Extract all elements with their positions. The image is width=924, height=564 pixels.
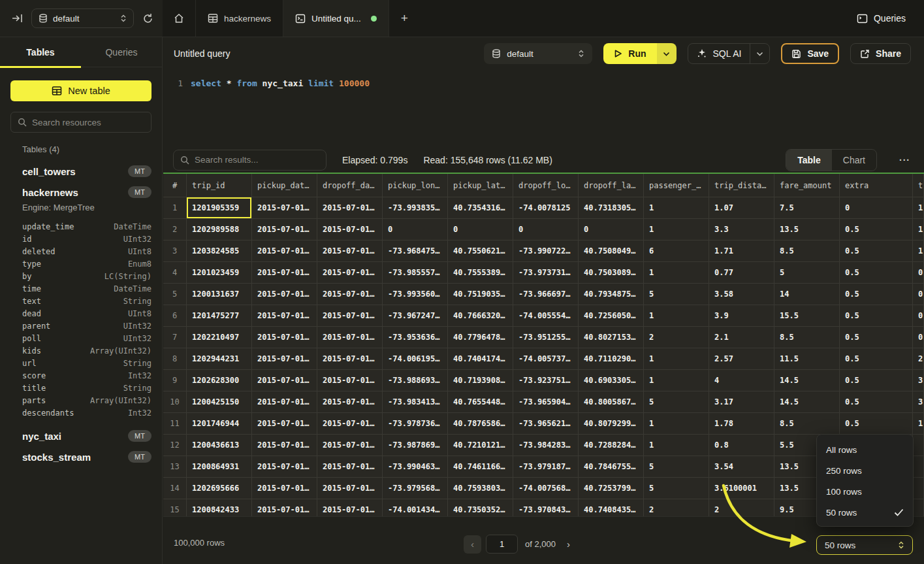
cell[interactable] (913, 435, 924, 456)
cell[interactable]: 2015-07-01… (317, 456, 383, 478)
sidebar-table-hackernews[interactable]: hackernewsMT (0, 182, 162, 203)
cell[interactable]: 15.5 (774, 305, 840, 327)
cell[interactable]: 40.8005867… (579, 391, 644, 413)
cell[interactable]: 40.7519035… (448, 284, 513, 305)
row-number[interactable]: 5 (163, 284, 187, 305)
run-button[interactable]: Run (603, 43, 656, 64)
column-header-fare_amount[interactable]: fare_amount (774, 174, 840, 197)
cell[interactable] (913, 456, 924, 478)
run-options-button[interactable] (657, 43, 677, 64)
cell[interactable]: 2015-07-01… (252, 284, 317, 305)
cell[interactable]: 1201905359 (187, 197, 252, 219)
cell[interactable]: 3 (913, 391, 924, 413)
cell[interactable]: 2015-07-01… (252, 456, 317, 478)
queries-button[interactable]: Queries (838, 0, 924, 37)
query-database-selector[interactable]: default (484, 43, 592, 64)
column-header-passenger_[interactable]: passenger_… (644, 174, 709, 197)
cell[interactable]: 3.17 (709, 391, 774, 413)
cell[interactable]: 1202944231 (187, 348, 252, 370)
cell[interactable]: 1 (644, 219, 709, 241)
cell[interactable]: 1200425150 (187, 391, 252, 413)
cell[interactable]: 40.7655448… (448, 391, 513, 413)
cell[interactable]: 0 (913, 327, 924, 348)
search-results-input[interactable] (195, 155, 319, 165)
cell[interactable]: 2015-07-01… (317, 327, 383, 348)
column-header-extra[interactable]: extra (840, 174, 913, 197)
cell[interactable]: 2015-07-01… (252, 219, 317, 241)
cell[interactable]: 5 (644, 456, 709, 478)
menu-item-50-rows[interactable]: 50 rows (817, 502, 913, 523)
cell[interactable]: -74.005554… (513, 305, 579, 327)
cell[interactable]: -74.001434… (383, 499, 448, 516)
cell[interactable]: 40.7461166… (448, 456, 513, 478)
cell[interactable]: 40.7550621… (448, 241, 513, 262)
cell[interactable]: -73.968475… (383, 241, 448, 262)
cell[interactable]: 1 (644, 197, 709, 219)
cell[interactable]: 0.5 (840, 262, 913, 284)
cell[interactable]: 40.7846755… (579, 456, 644, 478)
cell[interactable]: 40.7318305… (579, 197, 644, 219)
cell[interactable]: 2015-07-01… (317, 499, 383, 516)
cell[interactable]: 8.5 (774, 413, 840, 435)
cell[interactable]: 2015-07-01… (317, 305, 383, 327)
cell[interactable]: 1 (644, 370, 709, 391)
cell[interactable]: 2015-07-01… (252, 197, 317, 219)
cell[interactable]: -73.967247… (383, 305, 448, 327)
row-number[interactable]: 2 (163, 219, 187, 241)
cell[interactable]: -74.006195… (383, 348, 448, 370)
cell[interactable]: 2015-07-01… (317, 413, 383, 435)
cell[interactable]: 2 (913, 348, 924, 370)
cell[interactable]: 0 (513, 219, 579, 241)
row-number[interactable]: 13 (163, 456, 187, 478)
cell[interactable]: 1200436613 (187, 435, 252, 456)
cell[interactable]: 2015-07-01… (317, 348, 383, 370)
cell[interactable]: 2015-07-01… (317, 262, 383, 284)
menu-item-100-rows[interactable]: 100 rows (817, 481, 913, 502)
cell[interactable]: 40.7193908… (448, 370, 513, 391)
cell[interactable]: 0.5 (840, 413, 913, 435)
row-number[interactable]: 15 (163, 499, 187, 516)
cell[interactable]: 0.5 (840, 391, 913, 413)
collapse-sidebar-icon[interactable] (12, 13, 23, 24)
sidebar-tab-tables[interactable]: Tables (0, 37, 81, 67)
cell[interactable]: 2015-07-01… (317, 241, 383, 262)
cell[interactable]: 1 (913, 241, 924, 262)
cell[interactable]: 2 (709, 499, 774, 516)
column-header-t[interactable]: t (913, 174, 924, 197)
row-number[interactable]: 11 (163, 413, 187, 435)
sql-ai-options-button[interactable] (750, 44, 769, 63)
cell[interactable]: -73.990722… (513, 241, 579, 262)
cell[interactable]: 2015-07-01… (317, 284, 383, 305)
cell[interactable]: -73.985557… (383, 262, 448, 284)
search-resources-input[interactable] (32, 118, 148, 127)
cell[interactable]: 1 (644, 305, 709, 327)
cell[interactable]: 2015-07-01… (252, 391, 317, 413)
tab-home[interactable] (163, 0, 196, 37)
cell[interactable]: -73.965904… (513, 391, 579, 413)
cell[interactable] (913, 478, 924, 499)
row-number[interactable]: 4 (163, 262, 187, 284)
cell[interactable]: 2015-07-01… (317, 391, 383, 413)
cell[interactable]: 5 (774, 262, 840, 284)
cell[interactable]: 1 (913, 197, 924, 219)
cell[interactable]: 0 (579, 219, 644, 241)
cell[interactable]: 2 (644, 499, 709, 516)
row-number[interactable]: 12 (163, 435, 187, 456)
cell[interactable]: 0.5 (840, 370, 913, 391)
cell[interactable]: -73.988693… (383, 370, 448, 391)
cell[interactable]: 40.7555389… (448, 262, 513, 284)
cell[interactable]: 3.6100001 (709, 478, 774, 499)
cell[interactable]: 2015-07-01… (317, 197, 383, 219)
cell[interactable]: 0.5 (840, 284, 913, 305)
cell[interactable]: 2.57 (709, 348, 774, 370)
cell[interactable]: 0.77 (709, 262, 774, 284)
cell[interactable]: 1201746944 (187, 413, 252, 435)
cell[interactable]: 40.7350352… (448, 499, 513, 516)
column-header-dropoff_lo[interactable]: dropoff_lo… (513, 174, 579, 197)
cell[interactable]: 40.7288284… (579, 435, 644, 456)
cell[interactable]: 8.5 (774, 241, 840, 262)
column-header-pickup_lat[interactable]: pickup_lat… (448, 174, 513, 197)
column-header-trip_id[interactable]: trip_id (187, 174, 252, 197)
cell[interactable]: 0 (840, 197, 913, 219)
cell[interactable]: 1.71 (709, 241, 774, 262)
